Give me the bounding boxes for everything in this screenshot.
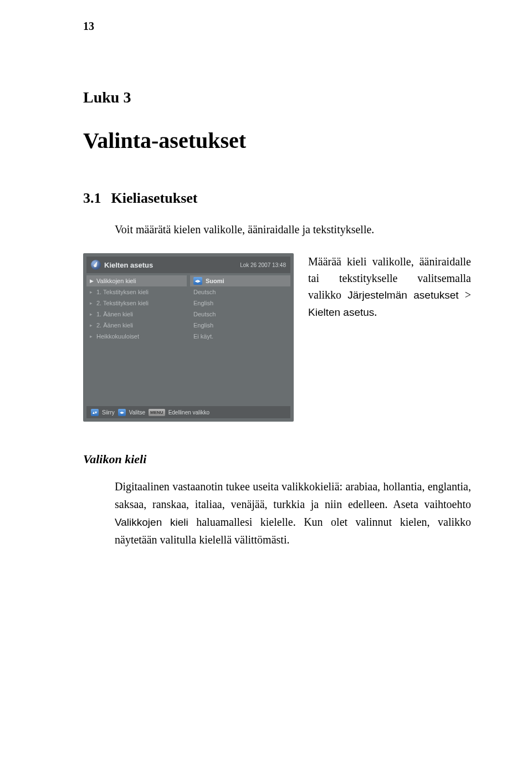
menu-item-label: 1. Tekstityksen kieli [96, 289, 149, 295]
subheading-valikon-kieli: Valikon kieli [83, 452, 471, 467]
menu-item[interactable]: ▸ 1. Äänen kieli [86, 309, 187, 320]
screenshot-title-text: Kielten asetus [104, 261, 153, 269]
para-pre: Digitaalinen vastaanotin tukee useita va… [115, 480, 471, 510]
rocket-icon [91, 260, 101, 270]
chevron-right-icon: ▸ [90, 311, 94, 317]
para-option: Valikkojen kieli [115, 516, 188, 528]
menu-item-selected[interactable]: ▶ Valikkojen kieli [86, 275, 187, 286]
menu-key-icon: MENU [149, 409, 165, 416]
intro-text: Voit määrätä kielen valikolle, ääniraida… [115, 221, 471, 238]
chevron-right-icon: ▶ [90, 278, 94, 284]
value-item: Deutsch [190, 286, 290, 298]
body-paragraph: Määrää kieli valikolle, ääniraidalle tai… [308, 253, 471, 320]
paragraph-valikon-kieli: Digitaalinen vastaanotin tukee useita va… [115, 478, 471, 549]
menu-item-label: Valikkojen kieli [96, 278, 136, 284]
footer-select-label: Valitse [129, 409, 145, 416]
section-number: 3.1 [83, 190, 101, 207]
chapter-label: Luku 3 [83, 89, 471, 106]
value-item-label: English [193, 322, 213, 329]
right-value-column: ◂▸ Suomi Deutsch English Deutsch English [190, 275, 290, 342]
value-item: Ei käyt. [190, 331, 290, 342]
value-item-label: Suomi [206, 278, 224, 284]
menu-item[interactable]: ▸ 2. Tekstityksen kieli [86, 298, 187, 309]
screenshot-footer: ▴▾ Siirry ◂▸ Valitse MENU Edellinen vali… [86, 406, 290, 418]
value-item-label: Deutsch [193, 311, 216, 317]
menu-item[interactable]: ▸ Heikkokuuloiset [86, 331, 187, 342]
left-right-icon: ◂▸ [193, 277, 202, 285]
screenshot-date: Lok 26 2007 13:48 [240, 262, 286, 268]
chevron-right-icon: ▸ [90, 334, 94, 339]
value-item-label: English [193, 300, 213, 306]
value-item: English [190, 298, 290, 309]
screenshot-spacer [86, 344, 290, 404]
menu-item-label: 1. Äänen kieli [96, 311, 133, 317]
menu-path-part2: Kielten asetus [308, 306, 374, 318]
settings-screenshot: Kielten asetus Lok 26 2007 13:48 ▶ Valik… [83, 253, 294, 422]
chevron-right-icon: ▸ [90, 289, 94, 295]
footer-back-label: Edellinen valikko [168, 409, 210, 416]
screenshot-title: Kielten asetus [91, 260, 153, 270]
value-item-label: Deutsch [193, 289, 216, 295]
footer-move-label: Siirry [102, 409, 115, 416]
value-item: Deutsch [190, 309, 290, 320]
menu-item-label: Heikkokuuloiset [96, 333, 139, 340]
menu-path-sep: > [459, 289, 471, 301]
value-item-label: Ei käyt. [193, 333, 213, 340]
chevron-right-icon: ▸ [90, 300, 94, 306]
menu-path-part1: Järjestelmän asetukset [347, 289, 458, 301]
leftright-key-icon: ◂▸ [118, 409, 126, 416]
section-title: Kieliasetukset [111, 190, 198, 207]
left-menu-column: ▶ Valikkojen kieli ▸ 1. Tekstityksen kie… [86, 275, 187, 342]
body-text-post: . [374, 306, 377, 318]
menu-item[interactable]: ▸ 2. Äänen kieli [86, 320, 187, 331]
updown-key-icon: ▴▾ [91, 409, 99, 416]
value-item-selected[interactable]: ◂▸ Suomi [190, 275, 290, 286]
screenshot-body: ▶ Valikkojen kieli ▸ 1. Tekstityksen kie… [86, 275, 290, 342]
menu-item-label: 2. Äänen kieli [96, 322, 133, 329]
chapter-title: Valinta-asetukset [83, 127, 471, 153]
menu-item[interactable]: ▸ 1. Tekstityksen kieli [86, 286, 187, 298]
screenshot-header: Kielten asetus Lok 26 2007 13:48 [86, 257, 290, 273]
menu-item-label: 2. Tekstityksen kieli [96, 300, 149, 306]
value-item: English [190, 320, 290, 331]
page-number: 13 [83, 20, 94, 33]
chevron-right-icon: ▸ [90, 322, 94, 328]
section-heading: 3.1 Kieliasetukset [83, 190, 471, 207]
